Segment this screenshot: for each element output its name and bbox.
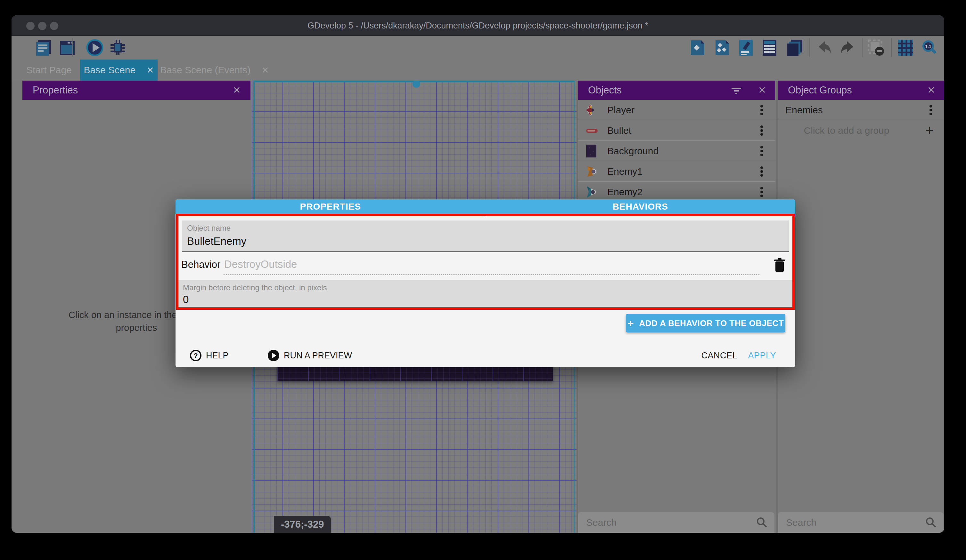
run-preview-button[interactable]: RUN A PREVIEW [284,344,352,367]
object-name: Player [607,100,634,120]
behavior-type-value[interactable]: DestroyOutside [224,258,297,270]
search-icon [756,516,767,528]
dialog-tab-behaviors[interactable]: BEHAVIORS [486,199,795,214]
object-row-bullet[interactable]: Bullet [578,120,775,141]
dialog-footer: ? HELP RUN A PREVIEW CANCEL APPLY [176,344,795,367]
tab-base-scene[interactable]: Base Scene✕ [80,59,158,81]
object-name: Enemy1 [607,161,642,182]
margin-field[interactable]: Margin before deleting the object, in pi… [178,280,792,308]
tab-base-scene-events[interactable]: Base Scene (Events)✕ [160,59,269,81]
object-name-field[interactable]: Object name BulletEnemy [182,221,789,252]
object-groups-icon[interactable] [714,39,731,56]
help-icon[interactable]: ? [190,349,202,362]
object-menu-kebab-icon[interactable] [755,186,768,198]
main-toolbar: 1:1 [12,36,944,59]
toolbar-separator [809,38,810,57]
add-group-label: Click to add a group [778,120,915,141]
close-tab-icon[interactable]: ✕ [261,65,269,75]
player-sprite-icon [585,103,599,117]
toolbar-separator [862,38,863,57]
properties-panel-title: Properties [33,85,78,96]
layers-editor-icon[interactable] [786,39,803,56]
open-scene-window-icon[interactable] [59,39,76,56]
objects-search-field[interactable]: Search [578,512,774,533]
dialog-tab-properties[interactable]: PROPERTIES [176,199,486,214]
window-title: GDevelop 5 - /Users/dkarakay/Documents/G… [12,15,944,36]
groups-search-field[interactable]: Search [778,512,944,533]
margin-label: Margin before deleting the object, in pi… [183,283,327,292]
cursor-coordinates-badge: -376;-329 [274,516,331,533]
grid-icon[interactable] [897,39,914,56]
add-group-row[interactable]: Click to add a group + [778,120,944,141]
filter-icon[interactable] [731,85,742,96]
svg-text:?: ? [194,352,198,360]
properties-panel-header: Properties ✕ [22,81,250,100]
editor-tabbar: Start Page Base Scene✕ Base Scene (Event… [12,59,944,81]
object-menu-kebab-icon[interactable] [755,104,768,116]
help-button[interactable]: HELP [206,344,229,367]
object-name-label: Object name [187,224,231,233]
properties-editor-icon[interactable] [737,39,755,56]
objects-editor-icon[interactable] [689,39,706,56]
enemy2-sprite-icon [585,185,599,199]
close-panel-icon[interactable]: ✕ [927,81,935,100]
object-name-value[interactable]: BulletEnemy [187,235,246,247]
group-row-enemies[interactable]: Enemies [778,100,944,120]
dialog-tab-header: PROPERTIES BEHAVIORS [176,199,795,214]
apply-button[interactable]: APPLY [748,344,776,367]
search-placeholder: Search [586,512,616,533]
zoom-1-1-icon[interactable]: 1:1 [920,39,938,56]
object-row-player[interactable]: Player [578,100,775,120]
titlebar: GDevelop 5 - /Users/dkarakay/Documents/G… [12,15,944,36]
search-icon [925,516,936,528]
toolbar-separator [891,38,892,57]
plus-icon: + [628,317,634,329]
instances-list-icon[interactable] [761,39,778,56]
objects-panel-title: Objects [588,85,622,96]
object-menu-kebab-icon[interactable] [755,165,768,178]
debug-icon[interactable] [109,39,127,56]
behavior-label: Behavior [181,259,220,270]
object-row-enemy1[interactable]: Enemy1 [578,161,775,182]
background-sprite-icon [585,144,599,158]
redo-icon[interactable] [839,39,856,56]
margin-value[interactable]: 0 [183,293,189,306]
close-tab-icon[interactable]: ✕ [146,65,154,75]
object-menu-kebab-icon[interactable] [755,145,768,157]
group-name: Enemies [785,100,823,120]
object-menu-kebab-icon[interactable] [755,124,768,137]
behavior-row: Behavior DestroyOutside [176,253,795,279]
close-panel-icon[interactable]: ✕ [233,81,241,100]
objects-panel-header: Objects ✕ [578,81,775,100]
toolbar-separator [72,38,73,57]
add-group-plus-icon[interactable]: + [923,124,936,137]
delete-behavior-trash-icon[interactable] [773,258,786,272]
active-tab-indicator [486,214,795,216]
bullet-sprite-icon [585,123,599,138]
project-manager-icon[interactable] [35,39,52,56]
add-behavior-button[interactable]: +ADD A BEHAVIOR TO THE OBJECT [626,314,785,332]
object-name: Background [607,141,659,161]
close-panel-icon[interactable]: ✕ [758,81,766,100]
cancel-button[interactable]: CANCEL [701,344,737,367]
behavior-input-underline [223,274,759,275]
enemy1-sprite-icon [585,164,599,178]
object-editor-dialog: PROPERTIES BEHAVIORS Object name BulletE… [176,199,795,367]
remove-mask-icon[interactable] [867,39,885,56]
object-name: Bullet [607,120,631,141]
search-placeholder: Search [786,512,816,533]
run-preview-icon[interactable] [268,349,279,362]
tab-start-page[interactable]: Start Page [18,59,80,81]
play-preview-icon[interactable] [86,39,104,56]
svg-text:1:1: 1:1 [925,44,932,49]
object-row-background[interactable]: Background [578,141,775,161]
group-menu-kebab-icon[interactable] [924,104,937,116]
undo-icon[interactable] [815,39,833,56]
object-groups-panel-title: Object Groups [788,85,852,96]
object-groups-panel-header: Object Groups ✕ [778,81,944,100]
object-groups-panel: Object Groups ✕ Enemies Click to add a g… [776,81,944,533]
